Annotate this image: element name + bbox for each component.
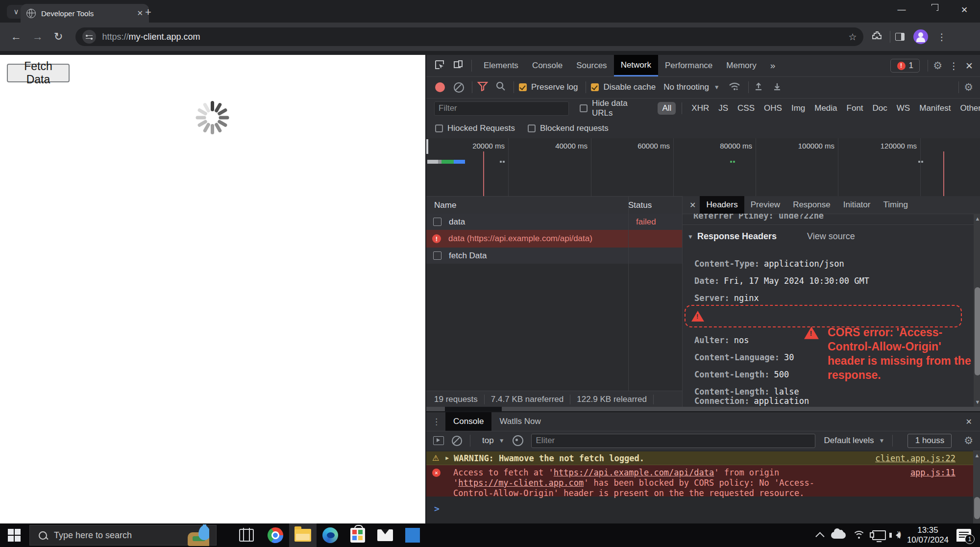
scroll-up-arrow[interactable]: ▲ bbox=[973, 452, 980, 458]
throttling-chevron-icon[interactable]: ▼ bbox=[714, 84, 720, 91]
scrollbar-thumb[interactable] bbox=[445, 407, 502, 411]
window-minimize-button[interactable]: — bbox=[888, 0, 915, 20]
tab-performance[interactable]: Performance bbox=[658, 55, 719, 76]
hours-button[interactable]: 1 houss bbox=[907, 434, 952, 448]
error-link-origin[interactable]: https://my-client.app.com bbox=[458, 478, 584, 488]
hide-data-urls-checkbox[interactable] bbox=[580, 104, 588, 112]
taskbar-vscode-icon[interactable] bbox=[399, 523, 426, 547]
url-text[interactable]: https://my-client.app.com bbox=[102, 32, 848, 42]
notification-center-icon[interactable]: 1 bbox=[956, 529, 971, 542]
new-tab-button[interactable]: + bbox=[145, 6, 151, 19]
reload-button[interactable]: ↻ bbox=[54, 30, 63, 43]
browser-tab[interactable]: Developer Tools ✕ bbox=[21, 4, 149, 23]
browser-menu-icon[interactable]: ⋮ bbox=[937, 31, 946, 43]
horizontal-scrollbar[interactable] bbox=[426, 407, 980, 411]
whats-new-tab[interactable]: Watlls Now bbox=[491, 412, 548, 431]
back-button[interactable]: ← bbox=[11, 30, 22, 43]
detail-tab-timing[interactable]: Timing bbox=[877, 196, 914, 214]
column-name[interactable]: Name bbox=[434, 200, 456, 210]
filter-type-css[interactable]: CSS bbox=[737, 103, 755, 113]
weather-widget-icon[interactable] bbox=[179, 524, 209, 546]
window-restore-button[interactable] bbox=[919, 0, 947, 20]
disable-cache-checkbox[interactable] bbox=[591, 83, 599, 91]
extensions-icon[interactable] bbox=[872, 31, 882, 43]
blocked-requests-checkbox[interactable] bbox=[528, 124, 536, 132]
network-settings-icon[interactable]: ⚙ bbox=[964, 81, 973, 93]
filter-type-js[interactable]: JS bbox=[718, 103, 728, 113]
scroll-up-arrow[interactable]: ▲ bbox=[974, 216, 980, 222]
inspect-element-icon[interactable] bbox=[434, 59, 445, 73]
column-status[interactable]: Status bbox=[628, 200, 682, 210]
filter-type-manifest[interactable]: Manifest bbox=[919, 103, 951, 113]
devtools-close-icon[interactable]: ✕ bbox=[965, 60, 973, 72]
console-scrollbar[interactable]: ▲ bbox=[973, 450, 980, 524]
hijacked-requests-checkbox[interactable] bbox=[435, 124, 443, 132]
taskbar-chrome-icon[interactable] bbox=[262, 523, 289, 547]
warning-source-link[interactable]: client.app.js:22 bbox=[875, 453, 956, 463]
window-close-button[interactable]: ✕ bbox=[951, 0, 978, 20]
filter-type-xhr[interactable]: XHR bbox=[691, 103, 709, 113]
row-checkbox[interactable] bbox=[433, 251, 441, 260]
network-overview-timeline[interactable]: 20000 ms 40000 ms 60000 ms 80000 ms 1000… bbox=[426, 138, 980, 196]
network-filter-input[interactable] bbox=[434, 101, 569, 116]
url-bar[interactable]: https://my-client.app.com ☆ bbox=[75, 27, 863, 46]
taskbar-mail-icon[interactable] bbox=[371, 523, 399, 547]
filter-type-all[interactable]: All bbox=[658, 102, 676, 115]
tab-network[interactable]: Network bbox=[614, 55, 658, 76]
record-network-log-icon[interactable] bbox=[435, 82, 445, 92]
tab-elements[interactable]: Elements bbox=[477, 55, 525, 76]
filter-type-doc[interactable]: Doc bbox=[873, 103, 887, 113]
response-headers-section[interactable]: ▼ Response Headers View source bbox=[687, 231, 855, 242]
scrollbar-thumb[interactable] bbox=[975, 287, 980, 375]
row-checkbox[interactable] bbox=[433, 218, 441, 226]
tray-expand-icon[interactable] bbox=[815, 532, 824, 541]
forward-button[interactable]: → bbox=[32, 30, 43, 43]
javascript-context-select[interactable]: top bbox=[482, 436, 494, 446]
error-count-badge[interactable]: !1 bbox=[890, 59, 920, 73]
filter-type-ws[interactable]: WS bbox=[897, 103, 910, 113]
detail-tab-preview[interactable]: Preview bbox=[744, 196, 786, 214]
wifi-icon[interactable] bbox=[853, 531, 865, 540]
profile-avatar[interactable] bbox=[913, 29, 928, 44]
filter-type-media[interactable]: Media bbox=[814, 103, 837, 113]
filter-funnel-icon[interactable] bbox=[477, 81, 488, 94]
start-button[interactable] bbox=[8, 529, 21, 542]
bookmark-star-icon[interactable]: ☆ bbox=[848, 31, 857, 43]
clear-network-log-icon[interactable] bbox=[454, 82, 464, 93]
error-link-api[interactable]: https://api.example.com/api/data bbox=[554, 468, 714, 477]
detail-tab-initiator[interactable]: Initiator bbox=[837, 196, 877, 214]
request-row-data-error[interactable]: ! data (https://api.example.com/api/data… bbox=[426, 230, 682, 248]
taskbar-file-explorer-icon[interactable] bbox=[289, 523, 317, 547]
detail-close-icon[interactable]: ✕ bbox=[689, 200, 696, 210]
tab-close-icon[interactable]: ✕ bbox=[137, 9, 143, 18]
device-toolbar-icon[interactable] bbox=[453, 59, 464, 73]
request-row-fetch-data[interactable]: fetch Data bbox=[426, 248, 682, 264]
volume-icon[interactable] bbox=[896, 532, 900, 539]
drawer-close-icon[interactable]: ✕ bbox=[966, 417, 972, 426]
console-settings-icon[interactable]: ⚙ bbox=[964, 435, 973, 447]
network-conditions-icon[interactable] bbox=[729, 82, 740, 93]
taskbar-store-icon[interactable] bbox=[344, 523, 371, 547]
filter-type-font[interactable]: Font bbox=[847, 103, 863, 113]
taskbar-clock[interactable]: 13:3510/07/2024 bbox=[907, 525, 949, 545]
view-source-link[interactable]: View source bbox=[807, 231, 855, 242]
throttling-select[interactable]: No throoting bbox=[663, 82, 709, 92]
detail-scrollbar[interactable]: ▲ ▼ bbox=[974, 214, 980, 407]
tab-sources[interactable]: Sources bbox=[569, 55, 613, 76]
clear-console-icon[interactable] bbox=[452, 436, 462, 446]
more-tabs-chevron[interactable]: » bbox=[763, 55, 783, 76]
create-live-expression-icon[interactable] bbox=[513, 435, 523, 446]
network-icon[interactable] bbox=[872, 530, 886, 540]
levels-chevron-icon[interactable]: ▼ bbox=[879, 437, 885, 444]
expand-triangle-icon[interactable]: ▶ bbox=[445, 455, 449, 461]
export-har-icon[interactable] bbox=[772, 81, 782, 94]
console-filter-input[interactable] bbox=[531, 434, 815, 448]
devtools-menu-icon[interactable]: ⋮ bbox=[949, 60, 958, 72]
fetch-data-button[interactable]: Fetch Data bbox=[7, 64, 70, 82]
log-levels-select[interactable]: Default levels bbox=[824, 436, 874, 446]
column-divider[interactable] bbox=[628, 196, 629, 391]
filter-type-other[interactable]: Other bbox=[960, 103, 980, 113]
console-error-message[interactable]: ✕ Access to fetch at 'https://api.exampl… bbox=[426, 465, 973, 497]
filter-type-ohs[interactable]: OHS bbox=[764, 103, 782, 113]
drawer-menu-icon[interactable]: ⋮ bbox=[432, 417, 441, 427]
